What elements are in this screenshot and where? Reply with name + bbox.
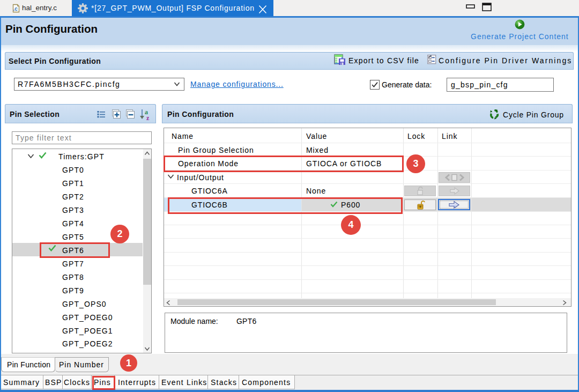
svg-text:.c: .c: [13, 6, 18, 12]
svg-text:z: z: [146, 114, 150, 121]
